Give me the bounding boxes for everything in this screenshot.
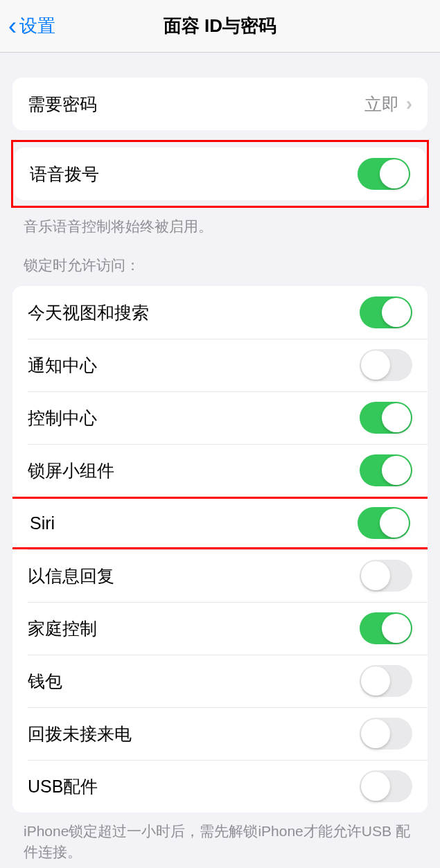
toggle-knob [382,298,411,327]
locked-access-row-siri: Siri [12,497,428,549]
voice-dial-footer: 音乐语音控制将始终被启用。 [0,208,440,236]
locked-access-row-notification-center: 通知中心 [12,339,428,391]
locked-access-group: 今天视图和搜索通知中心控制中心锁屏小组件Siri以信息回复家庭控制钱包回拨未接来… [12,286,428,813]
locked-access-row-wallet: 钱包 [12,655,428,707]
toggle-knob [361,666,390,696]
navigation-header: ‹ 设置 面容 ID与密码 [0,0,440,53]
locked-access-row-lock-screen-widgets: 锁屏小组件 [12,444,428,497]
toggle-knob [380,508,409,538]
locked-access-label-home-control: 家庭控制 [28,617,97,640]
locked-access-label-notification-center: 通知中心 [28,354,97,377]
voice-dial-group: 语音拨号 [15,148,425,200]
back-button[interactable]: ‹ 设置 [0,14,55,39]
locked-access-toggle-home-control[interactable] [360,612,412,644]
toggle-knob [361,719,390,748]
page-title: 面容 ID与密码 [164,14,276,38]
voice-dial-row: 语音拨号 [15,148,425,200]
locked-access-row-today-view: 今天视图和搜索 [12,286,428,339]
locked-access-label-control-center: 控制中心 [28,407,97,429]
require-passcode-value: 立即 › [364,93,412,116]
locked-access-label-reply-with-message: 以信息回复 [28,565,114,587]
back-label: 设置 [19,14,55,38]
locked-access-footer: iPhone锁定超过一小时后，需先解锁iPhone才能允许USB 配件连接。 [0,813,440,862]
locked-access-toggle-return-missed-calls[interactable] [360,718,412,750]
voice-dial-label: 语音拨号 [30,163,99,186]
locked-access-toggle-reply-with-message[interactable] [360,560,412,592]
chevron-right-icon: › [406,93,412,115]
locked-access-label-wallet: 钱包 [28,670,62,693]
locked-access-label-usb-accessories: USB配件 [28,775,98,798]
locked-access-label-return-missed-calls: 回拨未接来电 [28,723,132,745]
locked-access-label-lock-screen-widgets: 锁屏小组件 [28,459,114,482]
toggle-knob [361,561,390,590]
locked-access-label-siri: Siri [30,513,55,533]
toggle-knob [382,614,411,643]
toggle-knob [380,159,409,188]
locked-access-toggle-lock-screen-widgets[interactable] [360,454,412,486]
toggle-knob [382,403,411,432]
chevron-left-icon: ‹ [8,14,17,39]
voice-dial-toggle[interactable] [358,158,410,190]
toggle-knob [361,351,390,380]
locked-access-header: 锁定时允许访问： [0,236,440,281]
require-passcode-value-text: 立即 [364,93,399,116]
toggle-knob [382,456,411,485]
locked-access-toggle-usb-accessories[interactable] [360,770,412,802]
locked-access-row-home-control: 家庭控制 [12,602,428,655]
locked-access-toggle-siri[interactable] [358,507,410,539]
locked-access-row-return-missed-calls: 回拨未接来电 [12,707,428,760]
toggle-knob [361,772,390,801]
content-area: 需要密码 立即 › 语音拨号 音乐语音控制将始终被启用。 锁定时允许访问： 今天… [0,78,440,862]
locked-access-label-today-view: 今天视图和搜索 [28,301,149,324]
require-passcode-row[interactable]: 需要密码 立即 › [12,78,428,130]
locked-access-row-reply-with-message: 以信息回复 [12,549,428,602]
locked-access-toggle-control-center[interactable] [360,402,412,434]
locked-access-toggle-wallet[interactable] [360,665,412,697]
require-passcode-label: 需要密码 [28,93,97,116]
locked-access-row-usb-accessories: USB配件 [12,760,428,813]
locked-access-toggle-today-view[interactable] [360,296,412,328]
locked-access-row-control-center: 控制中心 [12,391,428,444]
locked-access-toggle-notification-center[interactable] [360,349,412,381]
voice-dial-highlight: 语音拨号 [11,140,429,208]
require-passcode-group: 需要密码 立即 › [12,78,428,130]
